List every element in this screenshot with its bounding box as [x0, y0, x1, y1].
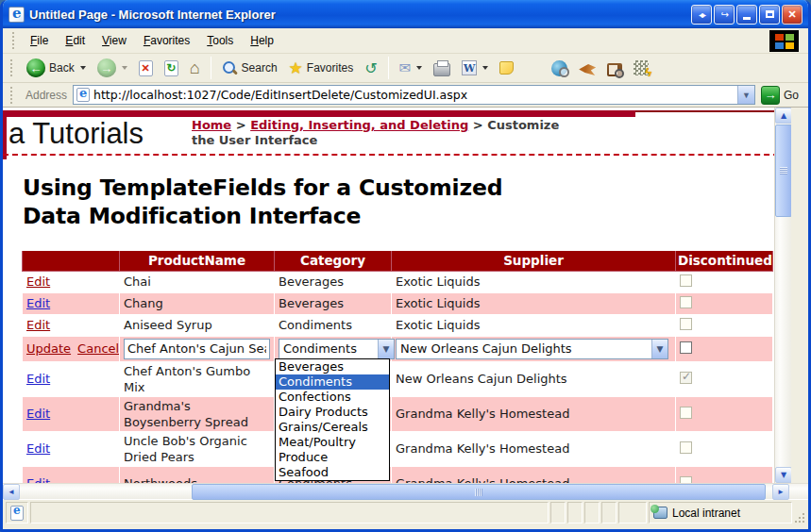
product-cell: Chang — [120, 292, 275, 314]
stop-button[interactable]: ✕ — [134, 58, 158, 78]
toolbar-grip[interactable] — [10, 59, 14, 76]
status-cell — [584, 502, 600, 524]
search-button[interactable]: Search — [217, 58, 282, 78]
window-extra-export-button[interactable]: ↪ — [714, 5, 735, 25]
discuss-note-icon — [499, 61, 514, 75]
vertical-scrollbar[interactable]: ▲ ▼ — [774, 108, 791, 483]
minimize-button[interactable] — [736, 5, 757, 25]
page-content: a Tutorials Home > Editing, Inserting, a… — [3, 108, 791, 483]
address-field[interactable]: http://localhost:1027/Code/EditInsertDel… — [73, 85, 755, 105]
edit-dropdown-caret[interactable] — [482, 66, 488, 70]
dropdown-option[interactable]: Dairy Products — [276, 405, 389, 420]
favorites-label: Favorites — [307, 61, 353, 75]
home-button[interactable]: ⌂ — [185, 58, 205, 77]
cancel-link[interactable]: Cancel — [77, 341, 119, 356]
status-bar: Local intranet — [3, 499, 808, 525]
breadcrumb-section-link[interactable]: Editing, Inserting, and Deleting — [250, 118, 468, 132]
product-cell: Chef Anton's Gumbo Mix — [120, 361, 275, 396]
dropdown-option[interactable]: Confections — [276, 390, 389, 405]
scroll-left-button[interactable]: ◄ — [3, 484, 20, 500]
dropdown-option[interactable]: Meat/Poultry — [276, 435, 389, 450]
word-icon: W — [462, 60, 477, 75]
window-resize-grip[interactable] — [794, 512, 805, 524]
vertical-scroll-thumb[interactable] — [775, 125, 791, 217]
menu-tools[interactable]: Tools — [198, 30, 242, 51]
favorites-button[interactable]: ★ Favorites — [284, 57, 359, 80]
product-cell: Chai — [120, 271, 275, 292]
print-icon — [433, 63, 450, 76]
edit-link[interactable]: Edit — [26, 318, 50, 332]
edit-with-word-button[interactable]: W — [457, 58, 493, 77]
addon-reference-button[interactable] — [602, 58, 627, 78]
horizontal-scrollbar[interactable]: ◄ ► — [3, 483, 808, 499]
supplier-select[interactable]: New Orleans Cajun Delights ▼ — [396, 339, 668, 359]
category-cell: Beverages — [275, 271, 392, 292]
edit-link[interactable]: Edit — [26, 476, 50, 483]
toolbar-grip[interactable] — [12, 32, 16, 49]
dropdown-option[interactable]: Produce — [276, 450, 389, 465]
menu-view[interactable]: View — [93, 30, 135, 51]
forward-button[interactable]: → — [93, 57, 132, 79]
chevron-down-icon[interactable]: ▼ — [651, 340, 667, 358]
discontinued-checkbox — [680, 274, 692, 287]
edit-link[interactable]: Edit — [26, 296, 50, 310]
edit-link[interactable]: Edit — [26, 372, 50, 386]
history-icon: ↺ — [364, 59, 377, 77]
edit-link[interactable]: Edit — [26, 274, 50, 289]
mail-dropdown-caret[interactable] — [416, 66, 422, 70]
address-bar: Address http://localhost:1027/Code/EditI… — [3, 83, 808, 108]
product-cell: Aniseed Syrup — [120, 314, 275, 336]
masthead-left-edge — [3, 110, 7, 159]
breadcrumb-home-link[interactable]: Home — [192, 118, 231, 132]
edit-link[interactable]: Edit — [26, 407, 50, 421]
toolbar-grip[interactable] — [10, 87, 14, 104]
go-label: Go — [784, 89, 799, 102]
supplier-cell: Exotic Liquids — [392, 292, 676, 314]
maximize-button[interactable] — [759, 5, 780, 25]
product-name-input[interactable] — [124, 339, 270, 359]
page-document-icon — [76, 88, 90, 102]
dropdown-option[interactable]: Beverages — [276, 359, 389, 374]
menu-favorites[interactable]: Favorites — [135, 30, 198, 51]
go-button[interactable]: → Go — [761, 86, 804, 105]
scroll-down-button[interactable]: ▼ — [775, 467, 791, 483]
supplier-cell: Exotic Liquids — [392, 271, 676, 292]
menu-edit[interactable]: Edit — [57, 30, 93, 51]
print-button[interactable] — [429, 58, 455, 78]
close-button[interactable]: ✕ — [782, 5, 803, 25]
scroll-up-button[interactable]: ▲ — [775, 108, 791, 124]
window-extra-arrows-button[interactable]: ◂▸ — [691, 5, 712, 25]
address-url[interactable]: http://localhost:1027/Code/EditInsertDel… — [93, 88, 734, 102]
mail-button[interactable]: ✉ — [395, 58, 428, 78]
history-button[interactable]: ↺ — [360, 58, 381, 79]
back-dropdown-caret[interactable] — [80, 66, 86, 70]
menu-file[interactable]: File — [22, 30, 57, 51]
dropdown-option[interactable]: Seafood — [276, 465, 389, 480]
dropdown-option[interactable]: Grains/Cereals — [276, 420, 389, 435]
menu-help[interactable]: Help — [242, 30, 282, 51]
edit-link[interactable]: Edit — [26, 441, 50, 456]
discontinued-checkbox — [680, 407, 692, 419]
chevron-down-icon[interactable]: ▼ — [378, 340, 394, 358]
horizontal-scroll-thumb[interactable] — [192, 484, 766, 500]
products-gridview: ProductName Category Supplier Discontinu… — [22, 251, 773, 483]
toolbar-separator — [211, 57, 211, 79]
back-button[interactable]: ← Back — [22, 57, 91, 79]
forward-dropdown-caret — [122, 66, 127, 70]
scroll-right-button[interactable]: ► — [772, 484, 789, 500]
addon-messenger-button[interactable] — [629, 58, 653, 77]
supplier-select-value: New Orleans Cajun Delights — [397, 341, 576, 356]
research-button[interactable] — [547, 58, 572, 78]
category-select[interactable]: Condiments ▼ — [279, 339, 395, 359]
refresh-button[interactable]: ↻ — [160, 58, 183, 78]
dropdown-option-selected[interactable]: Condiments — [276, 374, 389, 390]
stop-icon: ✕ — [139, 60, 153, 76]
discontinued-checkbox — [680, 476, 692, 484]
update-link[interactable]: Update — [26, 341, 71, 356]
addon-bird-button[interactable] — [574, 58, 600, 77]
address-dropdown-button[interactable]: ▼ — [737, 86, 754, 104]
status-cell — [618, 502, 647, 524]
discuss-button[interactable] — [495, 59, 518, 76]
discontinued-checkbox[interactable] — [680, 341, 692, 354]
title-bar[interactable]: Untitled Page - Microsoft Internet Explo… — [3, 0, 808, 28]
